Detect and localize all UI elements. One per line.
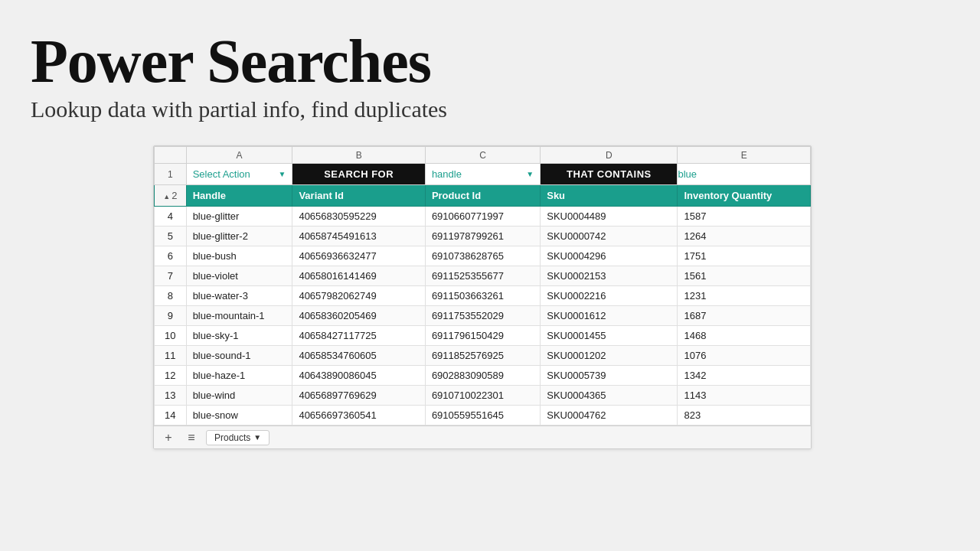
- search-for-cell: SEARCH FOR: [292, 164, 425, 185]
- sku-cell: SKU0005739: [541, 366, 678, 386]
- table-row: 10blue-sky-1406584271177256911796150429S…: [155, 326, 811, 346]
- handle-cell: blue-wind: [186, 386, 292, 406]
- spreadsheet-table: A B C D E 1 Select Action ▼ SEARCH FOR: [154, 146, 811, 425]
- table-row: 6blue-bush406569366324776910738628765SKU…: [155, 246, 811, 266]
- sku-cell: SKU0002153: [541, 266, 678, 286]
- table-row: 13blue-wind406568977696296910710022301SK…: [155, 386, 811, 406]
- handle-cell: blue-haze-1: [186, 366, 292, 386]
- variant-id-cell: 40657982062749: [292, 286, 425, 306]
- spreadsheet-container: A B C D E 1 Select Action ▼ SEARCH FOR: [153, 145, 812, 449]
- handle-cell: blue-sky-1: [186, 326, 292, 346]
- col-variant-header: Variant Id: [292, 185, 425, 207]
- corner-header: [155, 147, 187, 164]
- page-subtitle: Lookup data with partial info, find dupl…: [31, 96, 447, 122]
- column-header-row: A B C D E: [155, 147, 811, 164]
- sku-cell: SKU0000742: [541, 227, 678, 246]
- qty-cell: 1587: [678, 207, 811, 227]
- qty-cell: 1231: [678, 286, 811, 306]
- products-sheet-tab[interactable]: Products ▼: [206, 430, 270, 445]
- col-qty-header: Inventory Quantity: [678, 185, 811, 207]
- handle-cell: blue-snow: [186, 406, 292, 425]
- row-num-1: 1: [155, 164, 187, 185]
- page-title: Power Searches: [31, 31, 447, 92]
- select-action-cell[interactable]: Select Action ▼: [186, 164, 292, 185]
- handle-cell: blue-bush: [186, 246, 292, 266]
- sku-cell: SKU0004296: [541, 246, 678, 266]
- product-id-cell: 6910559551645: [425, 406, 540, 425]
- search-value-cell[interactable]: blue: [678, 164, 811, 185]
- col-header-c: C: [425, 147, 540, 164]
- qty-cell: 1076: [678, 346, 811, 366]
- handle-dropdown-cell[interactable]: handle ▼: [425, 164, 540, 185]
- sku-cell: SKU0002216: [541, 286, 678, 306]
- add-sheet-button[interactable]: +: [160, 429, 177, 446]
- variant-id-cell: 40643890086045: [292, 366, 425, 386]
- col-product-header: Product Id: [425, 185, 540, 207]
- col-header-e: E: [678, 147, 811, 164]
- table-row: 9blue-mountain-1406583602054696911753552…: [155, 306, 811, 326]
- product-id-cell: 6911753552029: [425, 306, 540, 326]
- sku-cell: SKU0004365: [541, 386, 678, 406]
- qty-cell: 1468: [678, 326, 811, 346]
- row-num-4: 4: [155, 207, 187, 227]
- handle-dropdown[interactable]: handle ▼: [426, 164, 540, 184]
- variant-id-cell: 40656897769629: [292, 386, 425, 406]
- sku-cell: SKU0001612: [541, 306, 678, 326]
- qty-cell: 1264: [678, 227, 811, 246]
- table-row: 7blue-violet406580161414696911525355677S…: [155, 266, 811, 286]
- handle-cell: blue-water-3: [186, 286, 292, 306]
- search-for-label: SEARCH FOR: [324, 168, 394, 180]
- variant-id-cell: 40658016141469: [292, 266, 425, 286]
- product-id-cell: 6911503663261: [425, 286, 540, 306]
- select-action-label: Select Action: [193, 168, 250, 180]
- table-row: 14blue-snow406566973605416910559551645SK…: [155, 406, 811, 425]
- col-handle-header: Handle: [186, 185, 292, 207]
- search-value-label: blue: [678, 168, 697, 180]
- handle-label: handle: [432, 168, 462, 180]
- variant-id-cell: 40658745491613: [292, 227, 425, 246]
- that-contains-cell: THAT CONTAINS: [541, 164, 678, 185]
- sku-cell: SKU0004762: [541, 406, 678, 425]
- qty-cell: 1561: [678, 266, 811, 286]
- table-row: 4blue-glitter406568305952296910660771997…: [155, 207, 811, 227]
- control-row: 1 Select Action ▼ SEARCH FOR handle ▼: [155, 164, 811, 185]
- variant-id-cell: 40656697360541: [292, 406, 425, 425]
- sheet-list-button[interactable]: ≡: [183, 429, 200, 446]
- row-num-12: 12: [155, 366, 187, 386]
- bottom-bar: + ≡ Products ▼: [154, 425, 811, 448]
- product-id-cell: 6911978799261: [425, 227, 540, 246]
- product-id-cell: 6911852576925: [425, 346, 540, 366]
- row-num-2: 2: [155, 185, 187, 207]
- table-row: 8blue-water-3406579820627496911503663261…: [155, 286, 811, 306]
- row-num-11: 11: [155, 346, 187, 366]
- row-num-6: 6: [155, 246, 187, 266]
- qty-cell: 1143: [678, 386, 811, 406]
- product-id-cell: 6911796150429: [425, 326, 540, 346]
- row-num-5: 5: [155, 227, 187, 246]
- variant-id-cell: 40656936632477: [292, 246, 425, 266]
- variant-id-cell: 40658427117725: [292, 326, 425, 346]
- qty-cell: 1751: [678, 246, 811, 266]
- product-id-cell: 6911525355677: [425, 266, 540, 286]
- col-sku-header: Sku: [541, 185, 678, 207]
- table-row: 12blue-haze-1406438900860456902883090589…: [155, 366, 811, 386]
- sheet-tab-arrow: ▼: [253, 433, 261, 442]
- select-action-arrow: ▼: [279, 170, 286, 178]
- qty-cell: 1687: [678, 306, 811, 326]
- that-contains-label: THAT CONTAINS: [567, 168, 652, 180]
- col-header-d: D: [541, 147, 678, 164]
- row-num-14: 14: [155, 406, 187, 425]
- variant-id-cell: 40658360205469: [292, 306, 425, 326]
- sku-cell: SKU0001202: [541, 346, 678, 366]
- handle-cell: blue-glitter: [186, 207, 292, 227]
- row-num-13: 13: [155, 386, 187, 406]
- row-num-9: 9: [155, 306, 187, 326]
- select-action-dropdown[interactable]: Select Action ▼: [187, 164, 292, 184]
- handle-cell: blue-violet: [186, 266, 292, 286]
- qty-cell: 1342: [678, 366, 811, 386]
- product-id-cell: 6910738628765: [425, 246, 540, 266]
- row-num-7: 7: [155, 266, 187, 286]
- sku-cell: SKU0004489: [541, 207, 678, 227]
- handle-cell: blue-mountain-1: [186, 306, 292, 326]
- page-header: Power Searches Lookup data with partial …: [31, 31, 447, 122]
